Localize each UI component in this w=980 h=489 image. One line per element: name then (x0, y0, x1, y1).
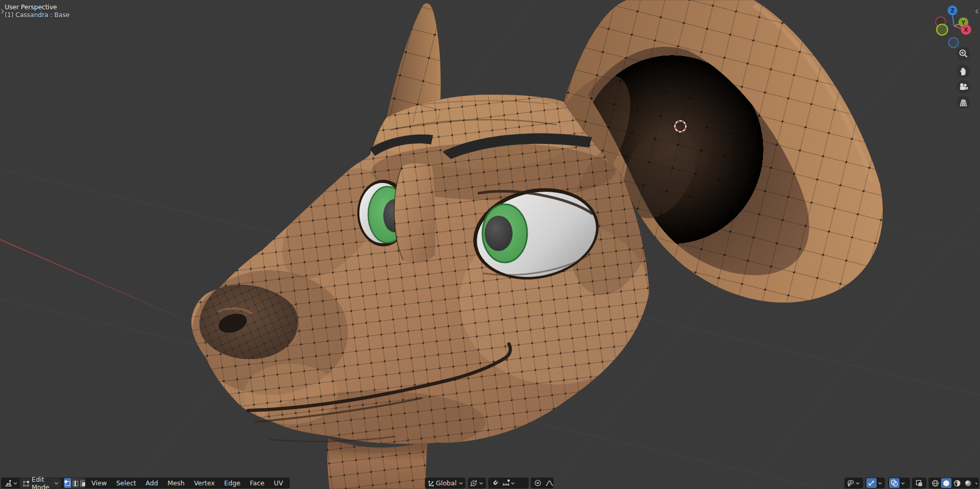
orthographic-toggle-button[interactable] (957, 96, 970, 109)
orientation-label: Global (436, 479, 457, 487)
vertex-select-icon (64, 480, 71, 487)
gizmo-icon (868, 479, 876, 487)
axis-negative-z-handle[interactable] (949, 38, 959, 48)
wireframe-shading-icon (931, 479, 939, 487)
blender-3d-viewport: User Perspective (1) Cassandra : Base Y … (0, 0, 980, 489)
proportional-falloff-dropdown[interactable] (544, 478, 555, 488)
3d-viewport-editor-icon (4, 479, 13, 487)
svg-text:X: X (964, 27, 969, 33)
svg-text:Z: Z (950, 7, 955, 14)
solid-shading-icon (942, 479, 950, 487)
xray-toggle[interactable] (912, 478, 927, 488)
edge-select-icon (72, 480, 79, 487)
chevron-down-icon (901, 481, 905, 485)
edge-select-button[interactable] (72, 478, 79, 488)
vertex-select-button[interactable] (64, 478, 71, 488)
show-gizmo-toggle[interactable] (866, 478, 877, 488)
chevron-down-icon (855, 481, 860, 485)
gizmo-group (865, 478, 885, 488)
pan-button[interactable] (957, 64, 970, 78)
shading-solid-button[interactable] (941, 478, 951, 488)
editor-type-button[interactable] (3, 478, 19, 488)
proportional-circle-icon (534, 479, 542, 487)
menu-uv[interactable]: UV (269, 478, 288, 488)
axis-x-handle[interactable]: X (961, 24, 971, 35)
toolbar-expand-icon[interactable] (0, 8, 5, 15)
shading-material-button[interactable] (952, 478, 962, 488)
axis-gizmo[interactable]: Y X Z (931, 3, 979, 50)
viewport-header-left: Edit Mode View Select Add Mesh Vertex Ed… (1, 478, 290, 488)
perspective-label: User Perspective (5, 4, 57, 11)
chevron-down-icon (878, 481, 882, 485)
object-visibility-dropdown[interactable] (844, 478, 863, 488)
hand-icon (958, 66, 969, 76)
camera-view-button[interactable] (957, 80, 970, 94)
menu-mesh[interactable]: Mesh (163, 478, 189, 488)
proportional-edit-toggle[interactable] (533, 478, 543, 488)
menu-vertex[interactable]: Vertex (189, 478, 219, 488)
face-select-icon (79, 480, 85, 487)
shading-wireframe-button[interactable] (930, 478, 941, 488)
menu-select[interactable]: Select (112, 478, 141, 488)
character-mesh (0, 0, 980, 489)
snap-increment-icon (502, 479, 511, 487)
material-shading-icon (953, 479, 961, 487)
overlays-group (888, 478, 910, 488)
chevron-down-icon (479, 481, 484, 485)
magnet-icon (490, 478, 501, 488)
chevron-down-icon (13, 481, 18, 485)
menu-view[interactable]: View (87, 478, 112, 488)
shading-group (929, 478, 979, 488)
menu-edge[interactable]: Edge (220, 478, 245, 488)
pivot-point-icon (470, 480, 477, 487)
camera-icon (958, 82, 969, 92)
menu-face[interactable]: Face (245, 478, 269, 488)
chevron-down-icon (511, 481, 515, 485)
viewport-canvas[interactable] (0, 0, 980, 489)
active-object-label: (1) Cassandra : Base (5, 11, 70, 19)
perspective-grid-icon (958, 97, 969, 108)
pivot-point-dropdown[interactable] (468, 478, 486, 488)
xray-icon (915, 479, 923, 487)
rendered-shading-icon (964, 479, 972, 487)
zoom-icon (958, 48, 969, 59)
overlays-icon (890, 479, 898, 487)
orientation-axes-icon (427, 480, 434, 487)
show-overlays-toggle[interactable] (889, 478, 900, 488)
mode-dropdown[interactable]: Edit Mode (20, 478, 61, 488)
shading-rendered-button[interactable] (963, 478, 973, 488)
zoom-button[interactable] (957, 47, 970, 60)
chevron-down-icon (459, 481, 463, 485)
chevron-down-icon (975, 481, 977, 485)
chevron-down-icon (54, 481, 59, 485)
menu-add[interactable]: Add (141, 478, 163, 488)
mode-label: Edit Mode (32, 475, 52, 489)
visibility-eye-icon (846, 479, 854, 487)
axis-negative-y-handle[interactable] (937, 24, 948, 35)
transform-orientation-dropdown[interactable]: Global (425, 478, 465, 488)
edit-mode-icon (22, 480, 30, 487)
snapping-group (488, 478, 529, 488)
face-select-button[interactable] (79, 478, 85, 488)
proportional-edit-group (531, 478, 554, 488)
snap-toggle[interactable] (490, 478, 500, 488)
axis-z-handle[interactable]: Z (948, 6, 958, 16)
snap-target-dropdown[interactable] (501, 478, 516, 488)
x-axis-line (0, 240, 200, 326)
select-mode-group (64, 478, 85, 488)
falloff-curve-icon (545, 479, 554, 487)
